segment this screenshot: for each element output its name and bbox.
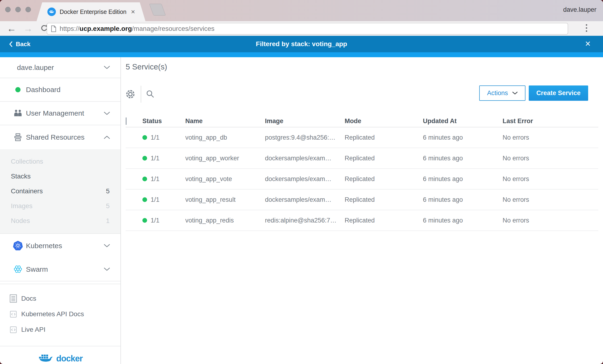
service-name-cell: voting_app_redis (185, 217, 265, 224)
traffic-light-zoom[interactable] (25, 7, 31, 12)
search-icon[interactable] (146, 90, 155, 99)
chevron-down-icon (104, 244, 110, 247)
sidebar-item-dashboard[interactable]: Dashboard (0, 78, 120, 102)
mode-cell: Replicated (345, 134, 423, 141)
table-row[interactable]: 1/1 voting_app_result dockersamples/exam… (126, 189, 598, 210)
sidebar-item-shared-resources[interactable]: Shared Resources (0, 125, 120, 149)
count-badge: 1 (106, 217, 110, 225)
column-header-name[interactable]: Name (185, 118, 265, 125)
sidebar-item-kubernetes[interactable]: Kubernetes (0, 234, 120, 258)
docker-wordmark: docker (56, 354, 82, 364)
chevron-down-icon (512, 92, 518, 95)
window-profile-name: dave.lauper (563, 6, 596, 13)
document-icon (9, 294, 18, 303)
sidebar-subitem[interactable]: Images 5 (0, 199, 120, 213)
status-dot-icon (13, 87, 23, 92)
status-dot-icon (142, 197, 147, 202)
image-cell: dockersamples/exam… (265, 155, 345, 162)
create-service-button[interactable]: Create Service (529, 86, 588, 101)
service-name-cell: voting_app_db (185, 134, 265, 141)
status-dot-icon (142, 135, 147, 140)
sidebar: dave.lauper Dashboard User Management Sh… (0, 57, 121, 364)
status-cell: 1/1 (142, 196, 185, 203)
page-icon (51, 25, 56, 32)
table-row[interactable]: 1/1 voting_app_vote dockersamples/exam… … (126, 169, 598, 189)
sidebar-subitem[interactable]: Collections (0, 154, 120, 169)
sidebar-item-swarm[interactable]: Swarm (0, 258, 120, 281)
updated-at-cell: 6 minutes ago (423, 176, 503, 183)
sidebar-item-kubernetes-api-docs[interactable]: Kubernetes API Docs (0, 306, 120, 322)
image-cell: postgres:9.4@sha256:… (265, 134, 345, 141)
sidebar-item-live-api[interactable]: Live API (0, 322, 120, 337)
column-header-mode[interactable]: Mode (345, 118, 423, 125)
table-tools (125, 85, 155, 104)
last-error-cell: No errors (503, 176, 598, 183)
column-header-last-error[interactable]: Last Error (503, 118, 598, 125)
mode-cell: Replicated (345, 217, 423, 224)
filter-banner: Back Filtered by stack: voting_app × (0, 36, 603, 52)
actions-button[interactable]: Actions (479, 86, 525, 101)
back-icon[interactable]: ← (6, 21, 17, 36)
sidebar-subitem[interactable]: Nodes 1 (0, 213, 120, 228)
column-header-updated-at[interactable]: Updated At (423, 118, 503, 125)
image-cell: redis:alpine@sha256:7… (265, 217, 345, 224)
table-header: Status Name Image Mode Updated At Last E… (126, 115, 598, 127)
mode-cell: Replicated (345, 155, 423, 162)
swarm-icon (13, 265, 23, 273)
tab-title: Docker Enterprise Edition (60, 9, 126, 15)
docs-section: Docs Kubernetes API Docs Live API (0, 284, 120, 337)
chevron-up-icon (104, 136, 110, 139)
traffic-light-minimize[interactable] (15, 7, 21, 12)
banner-close-icon[interactable]: × (585, 36, 591, 51)
last-error-cell: No errors (503, 196, 598, 203)
banner-title: Filtered by stack: voting_app (0, 36, 603, 52)
traffic-light-close[interactable] (5, 7, 11, 12)
chevron-down-icon (104, 267, 110, 271)
status-cell: 1/1 (142, 217, 185, 224)
forward-icon: → (22, 21, 34, 36)
kubernetes-icon (13, 241, 23, 251)
browser-toolbar: ← → https://ucp.example.org/manage/resou… (0, 21, 603, 36)
shared-resources-submenu: Collections Stacks Containers 5 Images 5 (0, 149, 120, 234)
sidebar-item-user-management[interactable]: User Management (0, 102, 120, 125)
sidebar-account-menu[interactable]: dave.lauper (0, 57, 120, 78)
table-row[interactable]: 1/1 voting_app_db postgres:9.4@sha256:… … (126, 127, 598, 148)
mode-cell: Replicated (345, 176, 423, 183)
services-table: Status Name Image Mode Updated At Last E… (126, 115, 598, 231)
browser-tab[interactable]: Docker Enterprise Edition × (36, 2, 145, 21)
table-row[interactable]: 1/1 voting_app_worker dockersamples/exam… (126, 148, 598, 169)
updated-at-cell: 6 minutes ago (423, 134, 503, 141)
toolbar-divider (141, 86, 141, 103)
new-tab-button[interactable] (149, 4, 166, 16)
docker-whale-icon (38, 353, 53, 364)
sidebar-subitem[interactable]: Stacks (0, 169, 120, 184)
tab-close-icon[interactable]: × (131, 8, 135, 15)
status-cell: 1/1 (142, 176, 185, 183)
gear-icon[interactable] (125, 89, 136, 99)
status-cell: 1/1 (142, 134, 185, 141)
sidebar-item-docs[interactable]: Docs (0, 291, 120, 306)
updated-at-cell: 6 minutes ago (423, 155, 503, 162)
table-body: 1/1 voting_app_db postgres:9.4@sha256:… … (126, 127, 598, 231)
column-header-status[interactable]: Status (142, 118, 185, 125)
browser-window: Docker Enterprise Edition × dave.lauper … (0, 0, 603, 364)
account-name: dave.lauper (17, 64, 54, 72)
column-header-image[interactable]: Image (265, 118, 345, 125)
image-cell: dockersamples/exam… (265, 196, 345, 203)
table-row[interactable]: 1/1 voting_app_redis redis:alpine@sha256… (126, 210, 598, 231)
last-error-cell: No errors (503, 217, 598, 224)
code-icon (9, 311, 18, 318)
mode-cell: Replicated (345, 196, 423, 203)
url-bar[interactable]: https://ucp.example.org/manage/resources… (47, 23, 568, 35)
docker-favicon-icon (47, 8, 56, 16)
select-all-checkbox[interactable] (126, 118, 127, 125)
browser-menu-icon[interactable] (586, 24, 587, 32)
chevron-down-icon (104, 112, 110, 115)
code-icon (9, 326, 18, 333)
last-error-cell: No errors (503, 155, 598, 162)
sidebar-subitem[interactable]: Containers 5 (0, 184, 120, 199)
count-badge: 5 (106, 188, 110, 195)
status-cell: 1/1 (142, 155, 185, 162)
page-title: 5 Service(s) (126, 62, 167, 71)
last-error-cell: No errors (503, 134, 598, 141)
